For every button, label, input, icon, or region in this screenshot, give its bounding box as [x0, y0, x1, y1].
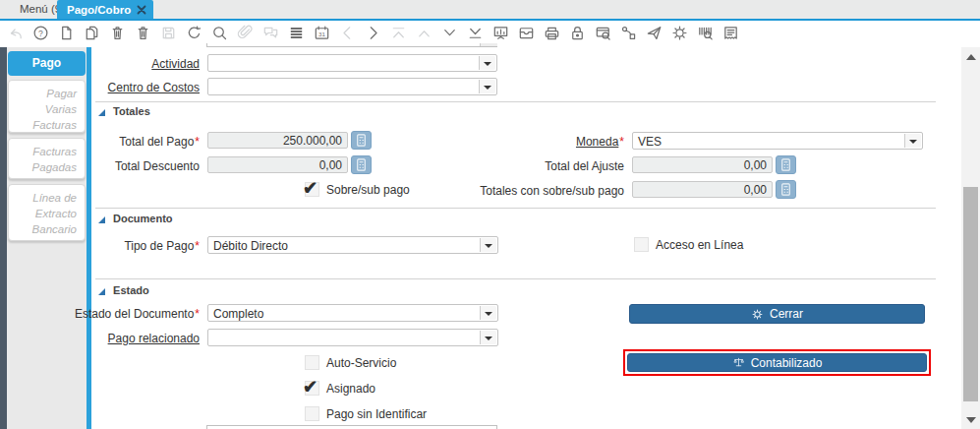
sidebar-content-divider: [86, 47, 91, 429]
detail-record-icon[interactable]: [466, 24, 485, 42]
checkbox-label-auto-servicio: Auto-Servicio: [326, 356, 396, 370]
report-icon[interactable]: [491, 24, 510, 42]
group-header-documento-label: Documento: [113, 213, 173, 224]
field-label-totales-con-sobre-sub-pago: Totales con sobre/sub pago: [428, 184, 624, 198]
calculator-button[interactable]: [351, 131, 372, 150]
calculator-button[interactable]: [776, 155, 796, 174]
checkbox-auto-servicio[interactable]: [305, 355, 319, 370]
field-label-estado-del-documento: Estado del Documento*: [44, 307, 200, 321]
partial-field-top: [206, 43, 497, 47]
group-header-totales-label: Totales: [113, 105, 150, 117]
group-header-estado: Estado: [98, 284, 149, 296]
field-label-moneda: Moneda*: [469, 135, 624, 149]
workflow-icon[interactable]: [619, 24, 638, 42]
parent-record-icon[interactable]: [389, 24, 408, 42]
toolbar: ?31: [6, 21, 740, 45]
field-label-pago-relacionado[interactable]: Pago relacionado: [44, 332, 200, 345]
find-icon[interactable]: [210, 24, 229, 42]
down-icon[interactable]: [440, 24, 459, 42]
required-marker: *: [195, 135, 200, 149]
print-document-icon[interactable]: [721, 24, 740, 42]
copy-record-icon[interactable]: [83, 24, 101, 42]
field-label-actividad[interactable]: Actividad: [44, 57, 200, 71]
help-icon[interactable]: ?: [31, 24, 50, 42]
input-total-descuento[interactable]: 0,00: [207, 156, 348, 173]
input-total-del-ajuste[interactable]: 0,00: [632, 156, 773, 173]
combo-moneda[interactable]: VES: [632, 132, 923, 150]
combo-tipo-de-pago[interactable]: Débito Directo: [207, 236, 498, 254]
combo-centro-de-costos[interactable]: [207, 78, 497, 95]
field-label-estado-del-documento-text: Estado del Documento: [75, 307, 194, 321]
checkbox-acceso-en-linea[interactable]: [634, 237, 649, 252]
delete-icon[interactable]: [108, 24, 127, 42]
product-info-icon[interactable]: [696, 24, 715, 42]
chevron-down-icon[interactable]: [904, 134, 921, 148]
combo-estado-del-documento[interactable]: Completo: [207, 304, 498, 322]
checkbox-label-asignado: Asignado: [326, 382, 375, 396]
calendar-icon[interactable]: 31: [313, 24, 331, 42]
scrollbar-down-arrow[interactable]: [966, 417, 976, 423]
combo-actividad[interactable]: [207, 54, 497, 72]
scrollbar-up-arrow[interactable]: [966, 54, 976, 60]
attachment-icon[interactable]: [236, 24, 255, 42]
partial-field-bottom: [206, 425, 497, 429]
checkbox-label-sobre-sub-pago: Sobre/sub pago: [326, 183, 410, 197]
field-label-total-del-ajuste: Total del Ajuste: [469, 159, 624, 173]
scrollbar-thumb[interactable]: [963, 187, 978, 401]
section-separator: [95, 101, 936, 102]
new-record-icon[interactable]: [57, 24, 76, 42]
checkbox-label-pago-sin-identificar: Pago sin Identificar: [326, 407, 427, 421]
chevron-down-icon[interactable]: [480, 306, 496, 320]
process-icon[interactable]: [670, 24, 689, 42]
collapse-triangle-icon[interactable]: [98, 288, 105, 295]
chevron-down-icon[interactable]: [479, 56, 495, 70]
required-marker: *: [195, 239, 200, 253]
checkbox-pago-sin-identificar[interactable]: [305, 406, 319, 421]
zoom-across-icon[interactable]: [594, 24, 612, 42]
previous-icon[interactable]: [338, 24, 357, 42]
checkbox-sobre-sub-pago[interactable]: [305, 182, 319, 197]
collapse-triangle-icon[interactable]: [98, 109, 105, 116]
combo-estado-del-documento-value: Completo: [213, 307, 263, 321]
field-label-centro-de-costos[interactable]: Centro de Costos: [44, 81, 200, 94]
sidebar-tab-linea-de-extracto-bancario[interactable]: Línea de Extracto Bancario: [8, 184, 86, 241]
field-label-total-del-pago: Total del Pago*: [44, 135, 200, 149]
combo-tipo-de-pago-value: Débito Directo: [213, 239, 288, 253]
calculator-button[interactable]: [351, 155, 372, 174]
next-icon[interactable]: [364, 24, 382, 42]
combo-pago-relacionado[interactable]: [207, 329, 498, 346]
gear-icon: [751, 308, 764, 321]
tab-pago-cobro-label: Pago/Cobro: [67, 4, 131, 16]
section-separator: [95, 208, 936, 209]
partial-field-top-dropdown-button: [480, 43, 497, 46]
lock-icon[interactable]: [568, 24, 587, 42]
group-header-documento: Documento: [98, 213, 173, 224]
send-icon[interactable]: [645, 24, 663, 42]
chevron-down-icon[interactable]: [480, 238, 496, 252]
checkbox-asignado[interactable]: [305, 381, 319, 396]
collapse-triangle-icon[interactable]: [98, 216, 105, 223]
delete-selection-icon[interactable]: [134, 24, 152, 42]
calculator-button[interactable]: [776, 180, 796, 199]
checkbox-label-acceso-en-linea: Acceso en Línea: [656, 238, 743, 252]
input-total-del-pago[interactable]: 250.000,00: [207, 132, 348, 149]
field-label-moneda-text[interactable]: Moneda: [576, 135, 618, 149]
cerrar-button[interactable]: Cerrar: [629, 304, 925, 324]
refresh-icon[interactable]: [185, 24, 203, 42]
up-icon[interactable]: [415, 24, 433, 42]
archive-icon[interactable]: [517, 24, 536, 42]
grid-toggle-icon[interactable]: [287, 24, 306, 42]
chevron-down-icon[interactable]: [480, 331, 496, 344]
tab-pago-cobro[interactable]: Pago/Cobro: [57, 0, 153, 19]
chevron-down-icon[interactable]: [479, 80, 495, 93]
left-edge-strip: [0, 47, 7, 429]
close-icon[interactable]: [137, 5, 146, 15]
print-icon[interactable]: [543, 24, 561, 42]
chat-icon[interactable]: [261, 24, 280, 42]
undo-icon[interactable]: [6, 24, 25, 42]
contabilizado-button[interactable]: Contabilizado: [627, 353, 927, 372]
svg-text:?: ?: [38, 29, 43, 38]
input-totales-con-sobre-sub-pago[interactable]: 0,00: [632, 181, 773, 198]
combo-moneda-value: VES: [638, 135, 662, 149]
save-icon[interactable]: [159, 24, 178, 42]
